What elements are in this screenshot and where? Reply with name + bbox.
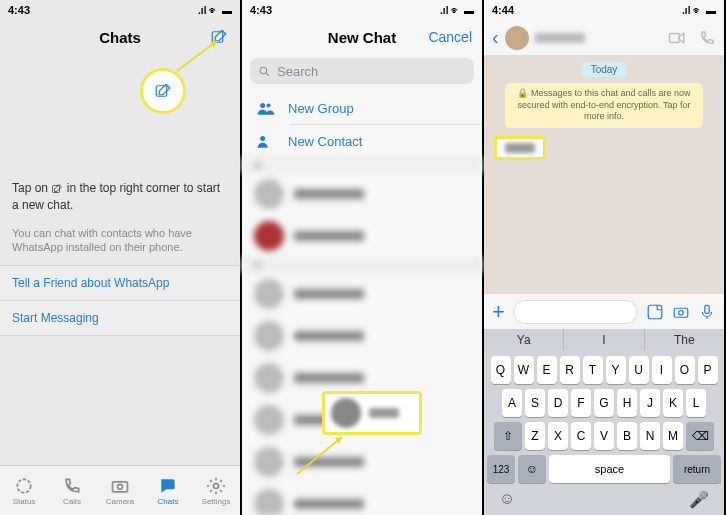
- phone-icon[interactable]: [698, 29, 716, 47]
- sticker-icon[interactable]: [646, 303, 664, 321]
- contact-row[interactable]: [242, 483, 482, 515]
- status-bar: 4:44 .ıl ᯤ ▬: [484, 0, 724, 20]
- status-icons: .ıl ᯤ ▬: [682, 5, 716, 16]
- status-time: 4:43: [250, 4, 272, 16]
- key[interactable]: Z: [525, 422, 545, 450]
- key[interactable]: U: [629, 356, 649, 384]
- tab-chats[interactable]: Chats: [144, 466, 192, 515]
- video-icon[interactable]: [668, 29, 686, 47]
- svg-point-19: [679, 310, 684, 315]
- svg-rect-6: [113, 481, 128, 491]
- key[interactable]: K: [663, 389, 683, 417]
- return-key[interactable]: return: [673, 455, 721, 483]
- emoji-key[interactable]: ☺: [518, 455, 546, 483]
- tab-status[interactable]: Status: [0, 466, 48, 515]
- search-placeholder: Search: [277, 64, 318, 79]
- chats-title: Chats: [99, 29, 141, 46]
- key[interactable]: I: [652, 356, 672, 384]
- new-contact-button[interactable]: New Contact: [242, 125, 482, 157]
- keyboard: Ya I The QWERTYUIOP ASDFGHJKL ⇧ ZXCVBNM …: [484, 329, 724, 515]
- new-chat-header: New Chat Cancel: [242, 20, 482, 54]
- status-bar: 4:43 .ıl ᯤ ▬: [242, 0, 482, 20]
- key[interactable]: T: [583, 356, 603, 384]
- new-group-button[interactable]: New Group: [242, 92, 482, 124]
- emoji-switch-icon[interactable]: ☺: [499, 490, 515, 509]
- suggestion[interactable]: Ya: [484, 329, 564, 351]
- contact-name-blur: [369, 408, 399, 418]
- tell-friend-link[interactable]: Tell a Friend about WhatsApp: [0, 265, 240, 300]
- chat-body[interactable]: Today 🔒 Messages to this chat and calls …: [484, 56, 724, 293]
- key[interactable]: A: [502, 389, 522, 417]
- chats-empty-body: Tap on in the top right corner to start …: [0, 54, 240, 465]
- tab-label: Settings: [202, 497, 231, 506]
- contact-list[interactable]: A D: [242, 157, 482, 515]
- key[interactable]: W: [514, 356, 534, 384]
- key[interactable]: V: [594, 422, 614, 450]
- add-contact-icon: [256, 133, 276, 149]
- message-blur: [505, 143, 535, 153]
- svg-line-10: [266, 73, 269, 76]
- key[interactable]: P: [698, 356, 718, 384]
- space-key[interactable]: space: [549, 455, 670, 483]
- cancel-button[interactable]: Cancel: [428, 29, 472, 45]
- annotation-arrow: [292, 429, 352, 479]
- key[interactable]: X: [548, 422, 568, 450]
- suggestion[interactable]: The: [645, 329, 724, 351]
- contact-row[interactable]: [242, 315, 482, 357]
- tab-settings[interactable]: Settings: [192, 466, 240, 515]
- encryption-notice[interactable]: 🔒 Messages to this chat and calls are no…: [505, 83, 703, 128]
- backspace-key[interactable]: ⌫: [686, 422, 714, 450]
- key[interactable]: Y: [606, 356, 626, 384]
- hint-sub: You can chat with contacts who have What…: [0, 220, 240, 266]
- start-messaging-link[interactable]: Start Messaging: [0, 300, 240, 336]
- status-icon: [14, 476, 34, 496]
- suggestion[interactable]: I: [564, 329, 644, 351]
- key[interactable]: R: [560, 356, 580, 384]
- dictation-icon[interactable]: 🎤: [689, 490, 709, 509]
- compose-highlight: [140, 68, 186, 114]
- contact-row[interactable]: [242, 441, 482, 483]
- key[interactable]: J: [640, 389, 660, 417]
- mic-icon[interactable]: [698, 303, 716, 321]
- hint-text: Tap on in the top right corner to start …: [0, 174, 240, 220]
- tab-calls[interactable]: Calls: [48, 466, 96, 515]
- key[interactable]: B: [617, 422, 637, 450]
- numbers-key[interactable]: 123: [487, 455, 515, 483]
- back-button[interactable]: ‹: [492, 26, 499, 49]
- key[interactable]: N: [640, 422, 660, 450]
- status-icons: .ıl ᯤ ▬: [198, 5, 232, 16]
- search-input[interactable]: Search: [250, 58, 474, 84]
- contact-row[interactable]: [242, 273, 482, 315]
- key[interactable]: L: [686, 389, 706, 417]
- avatar[interactable]: [505, 26, 529, 50]
- contact-name-blur[interactable]: [535, 33, 585, 43]
- key-row: 123 ☺ space return: [487, 455, 721, 483]
- key-row: ⇧ ZXCVBNM ⌫: [487, 422, 721, 450]
- attach-button[interactable]: +: [492, 299, 505, 325]
- message-input[interactable]: [513, 300, 638, 324]
- message-highlight[interactable]: [494, 136, 546, 160]
- svg-rect-20: [705, 305, 710, 313]
- new-chat-title: New Chat: [328, 29, 396, 46]
- key[interactable]: M: [663, 422, 683, 450]
- key[interactable]: G: [594, 389, 614, 417]
- key[interactable]: C: [571, 422, 591, 450]
- svg-point-5: [17, 479, 30, 492]
- tab-label: Camera: [106, 497, 134, 506]
- camera-icon[interactable]: [672, 303, 690, 321]
- shift-key[interactable]: ⇧: [494, 422, 522, 450]
- key[interactable]: D: [548, 389, 568, 417]
- key[interactable]: S: [525, 389, 545, 417]
- key[interactable]: E: [537, 356, 557, 384]
- contact-row[interactable]: [242, 215, 482, 257]
- key[interactable]: O: [675, 356, 695, 384]
- encryption-text: Messages to this chat and calls are now …: [518, 88, 691, 121]
- key[interactable]: Q: [491, 356, 511, 384]
- compose-icon: [51, 183, 63, 195]
- group-icon: [256, 100, 276, 116]
- tab-camera[interactable]: Camera: [96, 466, 144, 515]
- key[interactable]: F: [571, 389, 591, 417]
- svg-line-1: [177, 41, 217, 71]
- key[interactable]: H: [617, 389, 637, 417]
- contact-row[interactable]: [242, 173, 482, 215]
